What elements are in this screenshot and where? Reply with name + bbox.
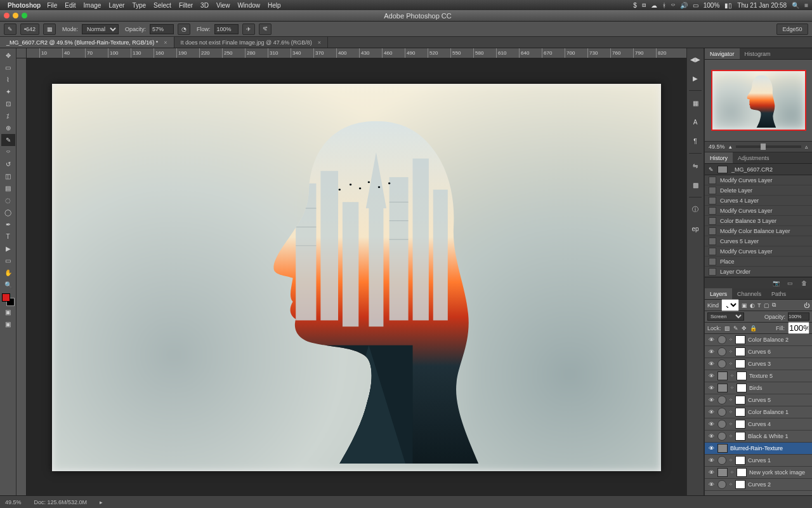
path-select-tool[interactable]: ▶ <box>1 243 15 255</box>
channels-tab[interactable]: Channels <box>732 288 766 299</box>
menu-edit[interactable]: Edit <box>65 2 75 9</box>
layers-opacity-input[interactable] <box>788 312 809 321</box>
filter-pixel-icon[interactable]: ▣ <box>742 302 747 309</box>
layer-mask-thumbnail[interactable] <box>735 347 745 356</box>
history-tab[interactable]: History <box>705 152 733 163</box>
status-cloud-icon[interactable]: ☁ <box>651 2 657 9</box>
layer-name[interactable]: Color Balance 1 <box>748 409 809 415</box>
horizontal-ruler[interactable]: 1040701001301601902202502803103403704004… <box>27 48 686 58</box>
layer-visibility-icon[interactable]: 👁 <box>707 409 715 415</box>
layer-name[interactable]: Curves 4 <box>748 421 809 427</box>
layer-visibility-icon[interactable]: 👁 <box>707 481 715 488</box>
screen-mode-icon[interactable]: ▣ <box>1 318 15 330</box>
menu-file[interactable]: File <box>47 2 57 9</box>
zoom-window-button[interactable] <box>22 13 27 18</box>
filter-type-icon[interactable]: T <box>757 302 761 309</box>
layer-visibility-icon[interactable]: 👁 <box>707 373 715 379</box>
close-window-button[interactable] <box>4 13 10 18</box>
history-item[interactable]: Color Balance 3 Layer <box>705 216 812 226</box>
dodge-tool[interactable]: ◯ <box>1 206 15 218</box>
menu-view[interactable]: View <box>216 2 230 9</box>
layer-visibility-icon[interactable]: 👁 <box>707 421 715 427</box>
layer-row[interactable]: 👁⁘Curves 1 <box>705 455 812 467</box>
layer-mask-thumbnail[interactable] <box>735 408 745 417</box>
menu-type[interactable]: Type <box>132 2 146 9</box>
workspace-switcher[interactable]: Edge50 <box>776 23 808 35</box>
status-zoom[interactable]: 49.5% <box>5 499 22 505</box>
status-doc-info[interactable]: Doc: 125.6M/532.0M <box>34 499 88 505</box>
flow-input[interactable] <box>214 24 239 34</box>
color-swatches[interactable] <box>2 293 15 306</box>
marquee-tool[interactable]: ▭ <box>1 62 15 74</box>
close-tab-icon[interactable]: × <box>164 39 167 46</box>
layer-visibility-icon[interactable]: 👁 <box>707 469 715 476</box>
paragraph-icon[interactable]: ¶ <box>688 134 702 148</box>
layer-visibility-icon[interactable]: 👁 <box>707 349 715 355</box>
history-item[interactable]: Place <box>705 257 812 267</box>
menu-extras-icon[interactable]: ≡ <box>804 2 808 9</box>
link-icon[interactable]: ⁘ <box>730 373 734 378</box>
menu-image[interactable]: Image <box>84 2 102 9</box>
layer-visibility-icon[interactable]: 👁 <box>707 445 715 451</box>
move-tool[interactable]: ✥ <box>1 50 15 62</box>
document-tab-1[interactable]: It does not exist Finale Image.jpg @ 47.… <box>174 37 329 48</box>
filter-shape-icon[interactable]: ▢ <box>764 302 769 309</box>
layer-mask-thumbnail[interactable] <box>735 432 745 441</box>
app-name[interactable]: Photoshop <box>8 2 41 9</box>
history-item[interactable]: Modify Curves Layer <box>705 175 812 185</box>
magic-wand-tool[interactable]: ✦ <box>1 86 15 98</box>
layer-visibility-icon[interactable]: 👁 <box>707 337 715 343</box>
info-icon[interactable]: ⓘ <box>688 203 702 217</box>
status-chevron-icon[interactable]: ▸ <box>100 499 103 505</box>
eraser-tool[interactable]: ◫ <box>1 170 15 182</box>
quick-mask-icon[interactable]: ▣ <box>1 306 15 318</box>
brush-tool[interactable]: ✎ <box>1 134 15 146</box>
layer-mask-thumbnail[interactable] <box>737 371 747 380</box>
navigator-thumbnail[interactable] <box>711 70 806 131</box>
document-canvas[interactable] <box>52 84 661 471</box>
history-trash-icon[interactable]: 🗑 <box>799 279 808 288</box>
layer-row[interactable]: 👁⁘Curves 6 <box>705 346 812 358</box>
layer-thumbnail[interactable] <box>717 384 728 392</box>
eyedropper-tool[interactable]: ⁒ <box>1 110 15 122</box>
layer-name[interactable]: Curves 2 <box>748 481 809 488</box>
layer-name[interactable]: Blurred-Rain-Texture <box>730 445 809 451</box>
history-item[interactable]: Layer Order <box>705 267 812 277</box>
healing-brush-tool[interactable]: ⊕ <box>1 122 15 134</box>
link-icon[interactable]: ⁘ <box>729 434 733 439</box>
layer-row[interactable]: 👁⁘Curves 5 <box>705 394 812 406</box>
layer-thumbnail[interactable] <box>717 444 728 453</box>
status-bluetooth-icon[interactable]: ᚼ <box>662 2 666 9</box>
link-icon[interactable]: ⁘ <box>729 482 733 487</box>
link-icon[interactable]: ⁘ <box>729 410 733 415</box>
layer-mask-thumbnail[interactable] <box>735 335 745 344</box>
zoom-out-icon[interactable]: ▴ <box>729 144 732 150</box>
character-icon[interactable]: A <box>688 115 702 129</box>
swap-icon[interactable]: ⇋ <box>688 159 702 173</box>
layers-kind-select[interactable]: ⌄ <box>721 299 739 311</box>
link-icon[interactable]: ⁘ <box>729 458 733 463</box>
navigator-tab[interactable]: Navigator <box>705 48 740 59</box>
link-icon[interactable]: ⁘ <box>729 337 733 342</box>
layer-name[interactable]: Curves 1 <box>748 457 809 464</box>
status-wifi-icon[interactable]: ⌔ <box>671 2 675 9</box>
gradient-tool[interactable]: ▤ <box>1 182 15 194</box>
layer-row[interactable]: 👁⁘Birds <box>705 382 812 394</box>
history-item[interactable]: Curves 5 Layer <box>705 236 812 246</box>
layer-visibility-icon[interactable]: 👁 <box>707 361 715 367</box>
brush-panel-icon[interactable]: ▦ <box>43 23 56 35</box>
history-camera-icon[interactable]: 📷 <box>771 279 780 288</box>
layer-name[interactable]: Curves 6 <box>748 349 809 355</box>
link-icon[interactable]: ⁘ <box>730 470 734 475</box>
layer-name[interactable]: New york stock image <box>749 469 809 476</box>
layer-row[interactable]: 👁⁘Black & White 1 <box>705 431 812 443</box>
airbrush-icon[interactable]: ✈ <box>242 23 255 35</box>
filter-toggle-icon[interactable]: ⏻ <box>804 302 809 309</box>
status-dollar-icon[interactable]: $ <box>633 2 637 9</box>
layer-row[interactable]: 👁⁘Texture 5 <box>705 370 812 382</box>
status-battery[interactable]: 100% <box>704 2 720 9</box>
brush-preset-icon[interactable]: • 642 <box>20 23 39 35</box>
history-item[interactable]: Curves 4 Layer <box>705 196 812 206</box>
menu-layer[interactable]: Layer <box>108 2 124 9</box>
layer-name[interactable]: Color Balance 2 <box>748 337 809 343</box>
